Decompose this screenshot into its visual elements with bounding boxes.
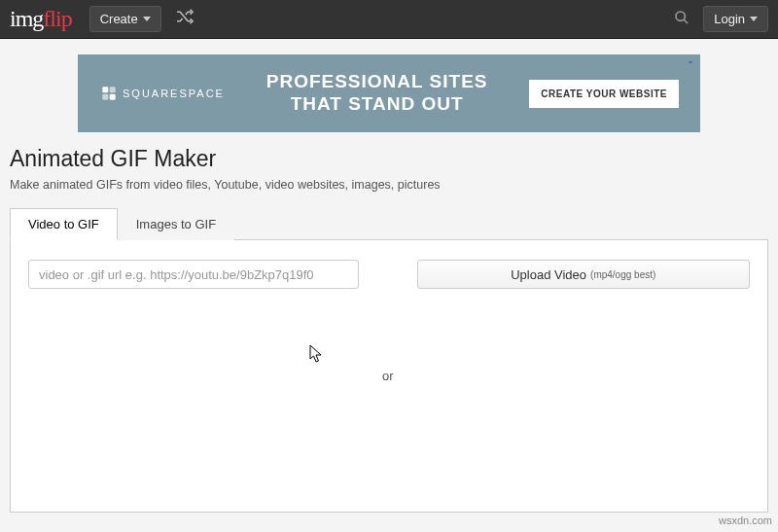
logo[interactable]: imgflip — [10, 6, 72, 32]
logo-left: img — [10, 6, 43, 32]
svg-rect-4 — [110, 87, 116, 92]
shuffle-icon[interactable] — [175, 9, 194, 29]
upload-hint: (mp4/ogg best) — [590, 269, 655, 280]
svg-rect-3 — [110, 94, 116, 100]
page-content: Animated GIF Maker Make animated GIFs fr… — [0, 132, 778, 513]
search-icon[interactable] — [674, 10, 690, 29]
tab-images-to-gif[interactable]: Images to GIF — [118, 208, 234, 240]
tab-panel: or Upload Video (mp4/ogg best) — [10, 240, 768, 513]
upload-label: Upload Video — [511, 267, 586, 282]
create-button[interactable]: Create — [89, 6, 161, 32]
squarespace-icon — [101, 86, 117, 101]
tab-bar: Video to GIF Images to GIF — [10, 207, 768, 240]
page-subtitle: Make animated GIFs from video files, You… — [10, 178, 768, 192]
video-url-input[interactable] — [28, 260, 359, 289]
svg-line-1 — [684, 19, 688, 23]
page-title: Animated GIF Maker — [10, 146, 768, 172]
ad-cta-button[interactable]: CREATE YOUR WEBSITE — [529, 80, 679, 108]
chevron-down-icon — [750, 17, 758, 21]
svg-rect-2 — [102, 87, 108, 92]
ad-brand: SQUARESPACE — [101, 86, 225, 101]
ad-headline-line1: PROFESSIONAL SITES — [225, 71, 529, 93]
ad-banner[interactable]: SQUARESPACE PROFESSIONAL SITES THAT STAN… — [78, 54, 700, 132]
svg-rect-5 — [102, 94, 108, 100]
login-label: Login — [714, 12, 745, 26]
chevron-down-icon — [143, 17, 151, 21]
svg-point-0 — [676, 12, 685, 20]
create-label: Create — [100, 12, 138, 26]
ad-brand-text: SQUARESPACE — [123, 88, 225, 99]
topbar: imgflip Create Login — [0, 0, 778, 39]
ad-headline-line2: THAT STAND OUT — [225, 93, 529, 116]
ad-info-icon[interactable] — [685, 56, 696, 70]
login-button[interactable]: Login — [703, 6, 768, 32]
logo-right: flip — [43, 6, 71, 32]
upload-video-button[interactable]: Upload Video (mp4/ogg best) — [417, 260, 750, 289]
or-label: or — [376, 362, 400, 391]
watermark: wsxdn.com — [719, 514, 772, 526]
tab-video-to-gif[interactable]: Video to GIF — [10, 208, 118, 240]
ad-headline: PROFESSIONAL SITES THAT STAND OUT — [225, 71, 529, 116]
